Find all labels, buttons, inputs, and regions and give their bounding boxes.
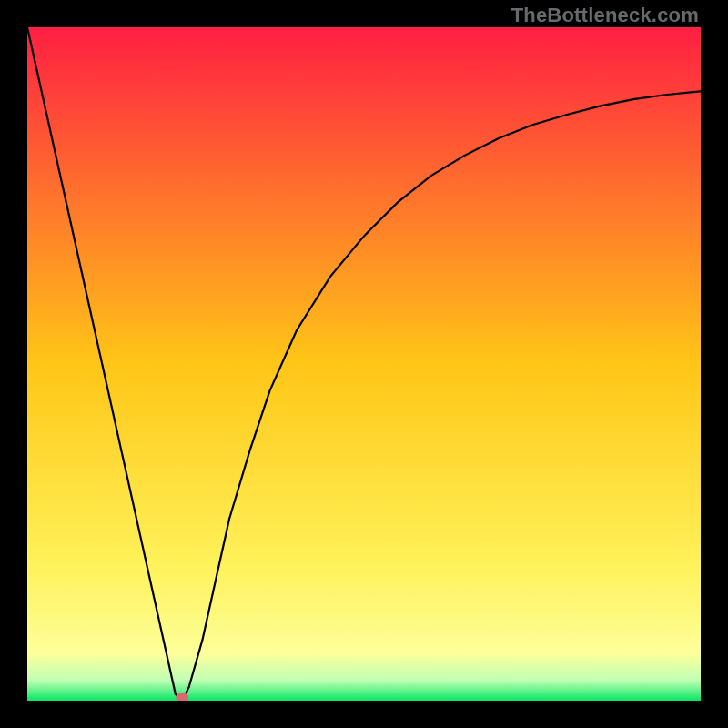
watermark-text: TheBottleneck.com bbox=[511, 4, 699, 27]
chart-frame: TheBottleneck.com bbox=[0, 0, 728, 728]
plot-area bbox=[27, 27, 701, 701]
gradient-background bbox=[27, 27, 701, 701]
chart-svg bbox=[27, 27, 701, 701]
